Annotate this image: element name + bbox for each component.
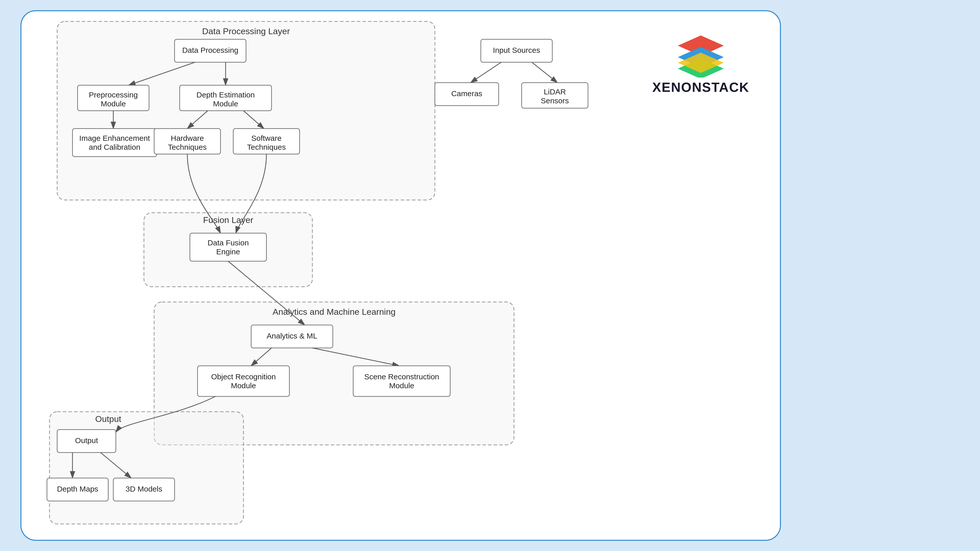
- is-to-lidar-arrow: [532, 62, 557, 83]
- data-processing-text: Data Processing: [182, 46, 239, 54]
- analytics-ml-label: Analytics and Machine Learning: [272, 307, 396, 317]
- lidar-text2: Sensors: [541, 97, 569, 105]
- lidar-text: LiDAR: [544, 87, 566, 96]
- object-recognition-text2: Module: [231, 381, 256, 390]
- analytics-ml-text: Analytics & ML: [267, 332, 317, 340]
- hardware-techniques-text: Hardware: [171, 134, 204, 142]
- data-fusion-engine-text: Data Fusion: [207, 238, 249, 247]
- output-border: [49, 412, 243, 524]
- software-techniques-text2: Techniques: [247, 143, 286, 151]
- fusion-layer-label: Fusion Layer: [203, 215, 253, 225]
- logo-text: XENONSTACK: [652, 79, 749, 95]
- depth-estimation-text2: Module: [213, 100, 238, 108]
- data-processing-layer-label: Data Processing Layer: [202, 26, 290, 36]
- diagram-svg: Data Processing Layer Data Processing Pr…: [21, 11, 685, 541]
- output-text: Output: [75, 436, 98, 445]
- depth-estimation-text: Depth Estimation: [197, 91, 255, 99]
- image-enhancement-text: Image Enhancement: [80, 134, 150, 142]
- image-enhancement-text2: and Calibration: [89, 143, 140, 151]
- depth-maps-text: Depth Maps: [57, 485, 98, 493]
- logo-area: XENONSTACK: [652, 32, 749, 95]
- software-techniques-text: Software: [251, 134, 282, 142]
- input-sources-text: Input Sources: [493, 46, 540, 54]
- object-recognition-text: Object Recognition: [211, 372, 275, 381]
- hardware-techniques-text2: Techniques: [168, 143, 207, 151]
- scene-reconstruction-text: Scene Reconstruction: [364, 372, 439, 381]
- 3d-models-text: 3D Models: [126, 485, 162, 493]
- scene-reconstruction-text2: Module: [389, 381, 414, 390]
- output-label: Output: [95, 414, 121, 424]
- main-container: Data Processing Layer Data Processing Pr…: [21, 10, 781, 541]
- logo-icon: [673, 32, 729, 78]
- cameras-text: Cameras: [451, 89, 482, 98]
- preprocessing-text2: Module: [101, 100, 126, 108]
- is-to-cam-arrow: [471, 62, 501, 83]
- data-fusion-engine-text2: Engine: [216, 248, 240, 256]
- preprocessing-text: Preprocessing: [89, 91, 138, 99]
